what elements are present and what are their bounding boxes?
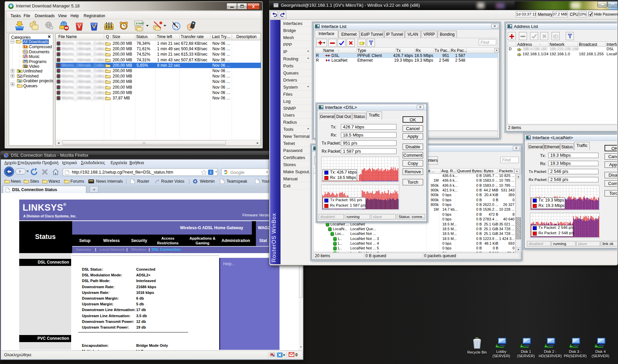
svg-text:START: START [136, 22, 144, 25]
